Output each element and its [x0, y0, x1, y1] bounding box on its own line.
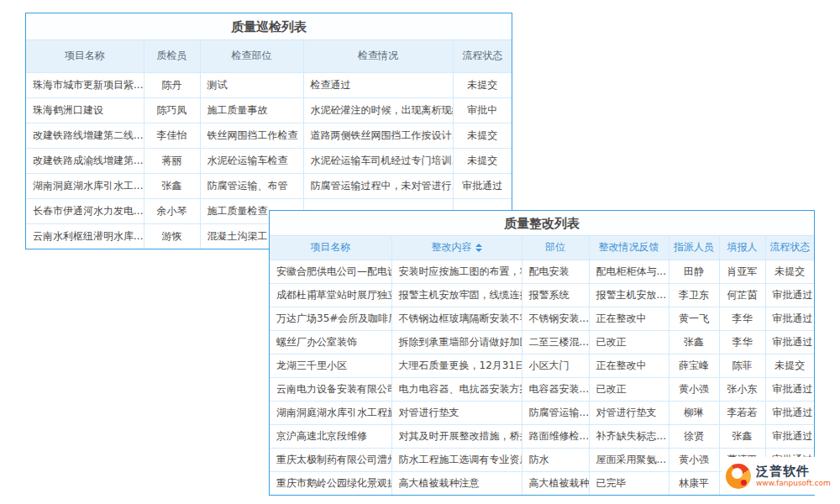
assigned-person: 柳琳	[669, 401, 719, 424]
patrol-row: 珠海鹤洲口建设 陈巧凤 施工质量事故 水泥砼灌注的时候，出现离析现象 审批中	[26, 97, 512, 123]
feedback: 已完毕	[589, 471, 669, 495]
feedback: 屋面采用聚氨...	[589, 448, 669, 471]
patrol-row: 湖南洞庭湖水库引水工... 张鑫 防腐管运输、布管 防腐管运输过程中，未对管进行…	[26, 173, 512, 198]
patrol-row: 改建铁路线增建第二线... 李佳怡 铁丝网围挡工作检查 道路两侧铁丝网围挡工作按…	[26, 123, 512, 148]
inspection-situation: 水泥砼灌注的时候，出现离析现象	[303, 97, 453, 123]
rectify-content: 高大植被栽种注意	[391, 471, 522, 495]
part: 高大植被栽种	[522, 471, 589, 495]
header-inspection-situation: 检查情况	[303, 40, 453, 72]
project-name-link[interactable]: 珠海市城市更新项目紫...	[26, 72, 144, 97]
filler-name: 肖亚军	[719, 260, 765, 283]
part: 防腐管运输...	[522, 401, 589, 424]
feedback: 对管进行垫支	[589, 401, 669, 424]
inspector-name: 李佳怡	[144, 123, 200, 148]
header-rectify-content[interactable]: 整改内容	[391, 236, 522, 260]
status-badge: 未提交	[453, 123, 512, 148]
status-badge: 审批通过	[765, 330, 814, 354]
project-name-link[interactable]: 成都杜甫草堂站时展厅独立展...	[270, 283, 391, 307]
filler-name: 何芷茵	[719, 283, 765, 307]
inspection-part: 水泥砼运输车检查	[200, 148, 303, 173]
patrol-row: 珠海市城市更新项目紫... 陈丹 测试 检查通过 未提交	[26, 72, 512, 97]
rectify-row: 云南电力设备安装有限公司20... 电力电容器、电抗器安装方案... 电容器安装…	[270, 377, 814, 401]
part: 路面维修检...	[522, 424, 589, 448]
inspector-name: 余小琴	[144, 198, 200, 223]
project-name-link[interactable]: 湖南洞庭湖水库引水工程施工...	[270, 401, 391, 424]
project-name-link[interactable]: 长春市伊通河水力发电...	[26, 198, 144, 223]
project-name-link[interactable]: 京沪高速北京段维修	[270, 424, 391, 448]
fanpusoft-logo-text: 泛普软件 www.fanpusoft.com	[756, 465, 831, 487]
feedback: 正在整改中	[589, 354, 669, 377]
part: 不锈钢安装...	[522, 307, 589, 330]
rectify-row: 湖南洞庭湖水库引水工程施工... 对管进行垫支 防腐管运输... 对管进行垫支 …	[270, 401, 814, 424]
status-badge: 审批通过	[765, 424, 814, 448]
header-inspector: 质检员	[144, 40, 200, 72]
sort-icon[interactable]	[475, 244, 482, 252]
feedback: 已改正	[589, 377, 669, 401]
assigned-person: 李卫东	[669, 283, 719, 307]
status-badge: 审批通过	[765, 401, 814, 424]
inspector-name: 陈巧凤	[144, 97, 200, 123]
status-badge: 未提交	[765, 260, 814, 283]
header-project-name: 项目名称	[26, 40, 144, 72]
feedback: 正在整改中	[589, 307, 669, 330]
part: 防水	[522, 448, 589, 471]
status-badge: 未提交	[453, 72, 512, 97]
patrol-table-title: 质量巡检列表	[26, 13, 512, 40]
project-name-link[interactable]: 改建铁路成渝线增建第...	[26, 148, 144, 173]
inspection-situation: 防腐管运输过程中，未对管进行...	[303, 173, 453, 198]
header-filler: 填报人	[719, 236, 765, 260]
project-name-link[interactable]: 安徽合肥供电公司—配电设备...	[270, 260, 391, 283]
rectify-table: 项目名称 整改内容 部位 整改情况反馈 指派人员 填报人 流程状态 安徽合肥供电…	[270, 236, 814, 495]
rectify-content: 防水工程施工选调有专业资质...	[391, 448, 522, 471]
part: 报警系统	[522, 283, 589, 307]
assigned-person: 张鑫	[669, 330, 719, 354]
header-inspection-part: 检查部位	[200, 40, 303, 72]
rectify-row: 龙湖三千里小区 大理石质量更换，12月31日之... 小区大门 正在整改中 薛宝…	[270, 354, 814, 377]
header-project-name: 项目名称	[270, 236, 391, 260]
rectify-header-row: 项目名称 整改内容 部位 整改情况反馈 指派人员 填报人 流程状态	[270, 236, 814, 260]
project-name-link[interactable]: 万达广场35#会所及咖啡厅空...	[270, 307, 391, 330]
part: 配电安装	[522, 260, 589, 283]
rectify-content: 不锈钢边框玻璃隔断安装不牢...	[391, 307, 522, 330]
status-badge: 审批通过	[453, 173, 512, 198]
rectify-row: 成都杜甫草堂站时展厅独立展... 报警主机安放牢固，线缆连接... 报警系统 报…	[270, 283, 814, 307]
inspector-name: 蒋丽	[144, 148, 200, 173]
status-badge: 审批中	[453, 97, 512, 123]
status-badge: 审批通过	[765, 283, 814, 307]
rectify-content: 安装时应按施工图的布置，将...	[391, 260, 522, 283]
project-name-link[interactable]: 螺丝厂办公室装饰	[270, 330, 391, 354]
project-name-link[interactable]: 重庆太极制药有限公司澧州中...	[270, 448, 391, 471]
filler-name: 李华	[719, 330, 765, 354]
inspection-part: 施工质量事故	[200, 97, 303, 123]
assigned-person: 薛宝峰	[669, 354, 719, 377]
project-name-link[interactable]: 重庆市鹅岭公园绿化景观提升...	[270, 471, 391, 495]
header-feedback: 整改情况反馈	[589, 236, 669, 260]
feedback: 报警主机安放...	[589, 283, 669, 307]
logo-url-text: www.fanpusoft.com	[756, 479, 831, 487]
rectify-content: 大理石质量更换，12月31日之...	[391, 354, 522, 377]
status-badge: 未提交	[453, 148, 512, 173]
project-name-link[interactable]: 云南水利枢纽潜明水库...	[26, 223, 144, 249]
feedback: 补齐缺失标志...	[589, 424, 669, 448]
part: 电容器安装...	[522, 377, 589, 401]
filler-name: 李华	[719, 307, 765, 330]
part: 小区大门	[522, 354, 589, 377]
rectify-content: 对管进行垫支	[391, 401, 522, 424]
project-name-link[interactable]: 湖南洞庭湖水库引水工...	[26, 173, 144, 198]
inspection-situation: 水泥砼运输车司机经过专门培训...	[303, 148, 453, 173]
assigned-person: 黄小强	[669, 377, 719, 401]
logo-brand-text: 泛普软件	[756, 465, 831, 479]
inspector-name: 游恢	[144, 223, 200, 249]
rectify-row: 螺丝厂办公室装饰 拆除到承重墙部分请做好加固... 二至三楼混... 已改正 张…	[270, 330, 814, 354]
rectify-content: 拆除到承重墙部分请做好加固...	[391, 330, 522, 354]
header-assigned-person: 指派人员	[669, 236, 719, 260]
project-name-link[interactable]: 龙湖三千里小区	[270, 354, 391, 377]
rectify-content: 对其及时开展整改措施，桥头...	[391, 424, 522, 448]
project-name-link[interactable]: 改建铁路线增建第二线...	[26, 123, 144, 148]
inspection-part: 防腐管运输、布管	[200, 173, 303, 198]
feedback: 已改正	[589, 330, 669, 354]
project-name-link[interactable]: 珠海鹤洲口建设	[26, 97, 144, 123]
rectify-row: 安徽合肥供电公司—配电设备... 安装时应按施工图的布置，将... 配电安装 配…	[270, 260, 814, 283]
patrol-row: 改建铁路成渝线增建第... 蒋丽 水泥砼运输车检查 水泥砼运输车司机经过专门培训…	[26, 148, 512, 173]
project-name-link[interactable]: 云南电力设备安装有限公司20...	[270, 377, 391, 401]
